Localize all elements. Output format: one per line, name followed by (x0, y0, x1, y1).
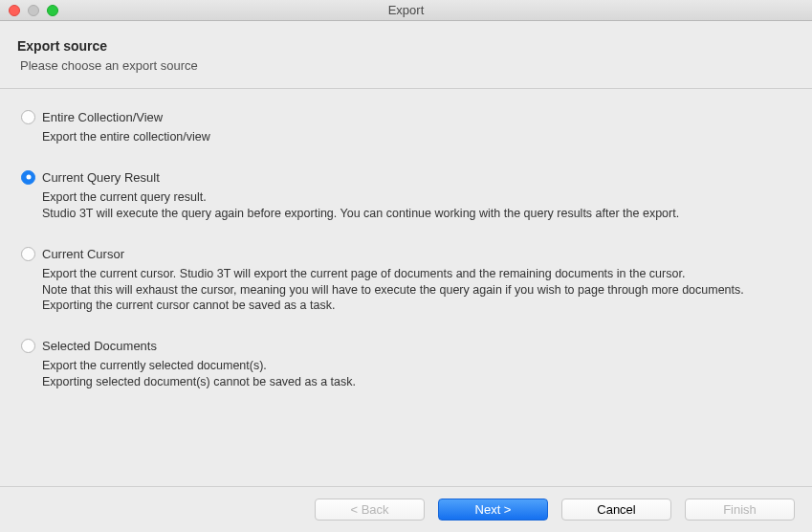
radio-entire-collection[interactable]: Entire Collection/View (21, 110, 795, 124)
option-label: Current Query Result (42, 170, 160, 185)
radio-icon (21, 247, 35, 261)
options-container: Entire Collection/View Export the entire… (0, 89, 812, 486)
cancel-button[interactable]: Cancel (561, 499, 671, 521)
minimize-window-icon[interactable] (28, 5, 39, 16)
option-current-query-result: Current Query Result Export the current … (21, 170, 795, 222)
back-button[interactable]: < Back (315, 499, 425, 521)
dialog-header: Export source Please choose an export so… (0, 21, 812, 89)
option-description: Export the current query result.Studio 3… (42, 189, 795, 222)
option-current-cursor: Current Cursor Export the current cursor… (21, 247, 795, 315)
option-label: Entire Collection/View (42, 110, 163, 124)
option-entire-collection: Entire Collection/View Export the entire… (21, 110, 795, 145)
page-subtitle: Please choose an export source (17, 58, 795, 73)
traffic-lights (0, 5, 58, 16)
maximize-window-icon[interactable] (47, 5, 58, 16)
next-button[interactable]: Next > (438, 499, 548, 521)
dialog-footer: < Back Next > Cancel Finish (0, 486, 812, 532)
page-title: Export source (17, 38, 795, 54)
radio-current-cursor[interactable]: Current Cursor (21, 247, 795, 261)
option-description: Export the currently selected document(s… (42, 358, 795, 390)
radio-icon (21, 339, 35, 353)
close-window-icon[interactable] (9, 5, 20, 16)
window-title: Export (0, 3, 812, 17)
radio-selected-documents[interactable]: Selected Documents (21, 339, 795, 353)
radio-icon (21, 170, 35, 185)
finish-button[interactable]: Finish (685, 499, 795, 521)
radio-icon (21, 110, 35, 124)
option-label: Current Cursor (42, 247, 124, 261)
option-description: Export the current cursor. Studio 3T wil… (42, 266, 795, 315)
option-label: Selected Documents (42, 339, 157, 353)
option-selected-documents: Selected Documents Export the currently … (21, 339, 795, 390)
titlebar: Export (0, 0, 812, 21)
option-description: Export the entire collection/view (42, 129, 795, 145)
radio-current-query-result[interactable]: Current Query Result (21, 170, 795, 185)
